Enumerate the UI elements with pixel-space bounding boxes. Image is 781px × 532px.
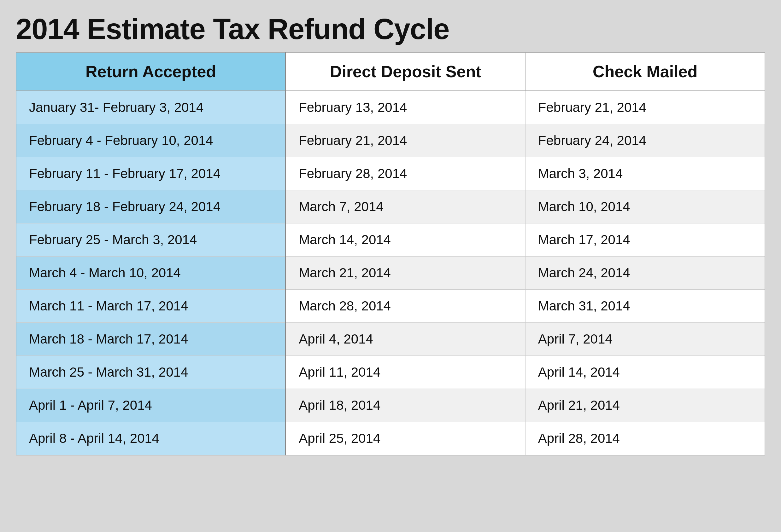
cell-direct-deposit: April 25, 2014 bbox=[286, 422, 526, 455]
table-row: January 31- February 3, 2014February 13,… bbox=[16, 91, 765, 124]
cell-return-accepted: March 4 - March 10, 2014 bbox=[16, 257, 286, 290]
table-row: February 18 - February 24, 2014March 7, … bbox=[16, 190, 765, 223]
table-header-row: Return Accepted Direct Deposit Sent Chec… bbox=[16, 52, 765, 91]
table-row: March 25 - March 31, 2014April 11, 2014A… bbox=[16, 356, 765, 389]
table-row: April 8 - April 14, 2014April 25, 2014Ap… bbox=[16, 422, 765, 455]
cell-return-accepted: January 31- February 3, 2014 bbox=[16, 91, 286, 124]
table-row: February 4 - February 10, 2014February 2… bbox=[16, 124, 765, 157]
cell-check-mailed: April 7, 2014 bbox=[525, 323, 765, 356]
table-row: March 18 - March 17, 2014April 4, 2014Ap… bbox=[16, 323, 765, 356]
cell-check-mailed: February 24, 2014 bbox=[525, 124, 765, 157]
cell-check-mailed: February 21, 2014 bbox=[525, 91, 765, 124]
cell-return-accepted: March 25 - March 31, 2014 bbox=[16, 356, 286, 389]
cell-return-accepted: February 4 - February 10, 2014 bbox=[16, 124, 286, 157]
cell-direct-deposit: March 28, 2014 bbox=[286, 290, 526, 323]
cell-check-mailed: March 10, 2014 bbox=[525, 190, 765, 223]
cell-return-accepted: April 1 - April 7, 2014 bbox=[16, 389, 286, 422]
cell-check-mailed: April 21, 2014 bbox=[525, 389, 765, 422]
cell-direct-deposit: February 13, 2014 bbox=[286, 91, 526, 124]
cell-direct-deposit: March 7, 2014 bbox=[286, 190, 526, 223]
column-header-return-accepted: Return Accepted bbox=[16, 52, 286, 91]
table-row: March 11 - March 17, 2014March 28, 2014M… bbox=[16, 290, 765, 323]
cell-check-mailed: March 31, 2014 bbox=[525, 290, 765, 323]
cell-return-accepted: February 11 - February 17, 2014 bbox=[16, 157, 286, 190]
table-row: April 1 - April 7, 2014April 18, 2014Apr… bbox=[16, 389, 765, 422]
cell-direct-deposit: March 14, 2014 bbox=[286, 223, 526, 257]
cell-return-accepted: March 18 - March 17, 2014 bbox=[16, 323, 286, 356]
column-header-check-mailed: Check Mailed bbox=[525, 52, 765, 91]
refund-cycle-table: Return Accepted Direct Deposit Sent Chec… bbox=[16, 52, 765, 455]
cell-direct-deposit: February 21, 2014 bbox=[286, 124, 526, 157]
cell-return-accepted: March 11 - March 17, 2014 bbox=[16, 290, 286, 323]
cell-direct-deposit: April 18, 2014 bbox=[286, 389, 526, 422]
cell-check-mailed: March 3, 2014 bbox=[525, 157, 765, 190]
cell-return-accepted: February 25 - March 3, 2014 bbox=[16, 223, 286, 257]
cell-direct-deposit: April 11, 2014 bbox=[286, 356, 526, 389]
cell-direct-deposit: April 4, 2014 bbox=[286, 323, 526, 356]
table-row: March 4 - March 10, 2014March 21, 2014Ma… bbox=[16, 257, 765, 290]
cell-check-mailed: March 24, 2014 bbox=[525, 257, 765, 290]
column-header-direct-deposit: Direct Deposit Sent bbox=[286, 52, 526, 91]
cell-check-mailed: March 17, 2014 bbox=[525, 223, 765, 257]
cell-check-mailed: April 28, 2014 bbox=[525, 422, 765, 455]
cell-return-accepted: April 8 - April 14, 2014 bbox=[16, 422, 286, 455]
cell-direct-deposit: February 28, 2014 bbox=[286, 157, 526, 190]
cell-return-accepted: February 18 - February 24, 2014 bbox=[16, 190, 286, 223]
page-title: 2014 Estimate Tax Refund Cycle bbox=[16, 13, 765, 46]
cell-direct-deposit: March 21, 2014 bbox=[286, 257, 526, 290]
cell-check-mailed: April 14, 2014 bbox=[525, 356, 765, 389]
table-row: February 11 - February 17, 2014February … bbox=[16, 157, 765, 190]
table-row: February 25 - March 3, 2014March 14, 201… bbox=[16, 223, 765, 257]
